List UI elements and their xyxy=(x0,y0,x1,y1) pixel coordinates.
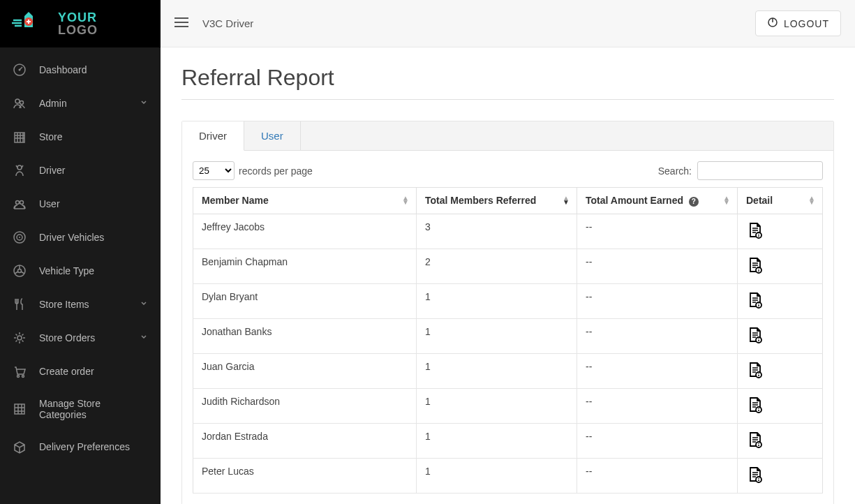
cell-amount: -- xyxy=(577,283,738,318)
col-detail[interactable]: Detail ▲▼ xyxy=(738,188,823,214)
logout-label: LOGOUT xyxy=(784,18,829,29)
detail-icon[interactable] xyxy=(746,326,764,346)
sort-icon: ▲▼ xyxy=(563,196,570,205)
sidebar-item-admin[interactable]: Admin xyxy=(0,87,161,120)
sidebar-item-label: Driver xyxy=(39,165,148,176)
cell-detail xyxy=(738,318,823,353)
svg-point-2 xyxy=(19,69,21,71)
logo[interactable]: YOUR LOGO xyxy=(0,0,161,47)
cart-icon xyxy=(13,364,27,378)
help-icon[interactable]: ? xyxy=(689,197,699,207)
cell-referred: 1 xyxy=(417,388,577,423)
sidebar: YOUR LOGO DashboardAdminStoreDriverUserD… xyxy=(0,0,161,504)
svg-point-11 xyxy=(19,237,20,238)
sidebar-item-driver[interactable]: Driver xyxy=(0,154,161,187)
chevron-down-icon xyxy=(140,332,148,343)
box-icon xyxy=(13,440,27,454)
dashboard-icon xyxy=(13,63,27,77)
sidebar-item-user[interactable]: User xyxy=(0,187,161,221)
search-input[interactable] xyxy=(697,161,823,180)
detail-icon[interactable] xyxy=(746,361,764,381)
col-member-name[interactable]: Member Name ▲▼ xyxy=(193,188,417,214)
referral-table: Member Name ▲▼ Total Members Referred ▲▼… xyxy=(193,187,823,494)
cell-member: Juan Garcia xyxy=(193,353,417,388)
table-row: Jonathan Banks1-- xyxy=(193,318,823,353)
table-row: Peter Lucas1-- xyxy=(193,458,823,493)
target-icon xyxy=(13,230,27,244)
sidebar-item-dashboard[interactable]: Dashboard xyxy=(0,53,161,87)
svg-point-16 xyxy=(22,376,24,378)
nav-list: DashboardAdminStoreDriverUserDriver Vehi… xyxy=(0,47,161,469)
svg-point-4 xyxy=(20,101,24,105)
sidebar-item-delivery-preferences[interactable]: Delivery Preferences xyxy=(0,430,161,464)
cutlery-icon xyxy=(13,297,27,311)
col-amount-earned[interactable]: Total Amount Earned ? ▲▼ xyxy=(577,188,738,214)
detail-icon[interactable] xyxy=(746,256,764,276)
detail-icon[interactable] xyxy=(746,396,764,416)
sidebar-item-store-items[interactable]: Store Items xyxy=(0,288,161,321)
tab-driver[interactable]: Driver xyxy=(182,121,244,151)
cell-referred: 2 xyxy=(417,249,577,283)
sidebar-item-label: Delivery Preferences xyxy=(39,441,148,452)
sidebar-item-manage-store-categories[interactable]: Manage Store Categories xyxy=(0,388,161,430)
records-control: 25 records per page xyxy=(193,161,313,180)
detail-icon[interactable] xyxy=(746,221,764,242)
cell-detail xyxy=(738,353,823,388)
store-icon xyxy=(13,130,27,144)
main: V3C Driver LOGOUT Referral Report Driver… xyxy=(161,0,855,504)
col-total-referred[interactable]: Total Members Referred ▲▼ xyxy=(417,188,577,214)
detail-icon[interactable] xyxy=(746,431,764,451)
records-label: records per page xyxy=(239,165,313,177)
detail-icon[interactable] xyxy=(746,466,764,486)
admin-icon xyxy=(13,96,27,110)
users-icon xyxy=(13,197,27,211)
table-row: Judith Richardson1-- xyxy=(193,388,823,423)
sidebar-item-label: Manage Store Categories xyxy=(39,398,148,420)
cell-detail xyxy=(738,388,823,423)
cell-member: Jordan Estrada xyxy=(193,423,417,458)
sidebar-item-label: Admin xyxy=(39,98,127,109)
hamburger-icon[interactable] xyxy=(174,17,188,30)
sidebar-item-label: Store Orders xyxy=(39,332,127,343)
cell-member: Peter Lucas xyxy=(193,458,417,493)
cell-referred: 1 xyxy=(417,353,577,388)
sidebar-item-label: Vehicle Type xyxy=(39,265,148,276)
logo-text-2: LOGO xyxy=(58,24,98,36)
content: Referral Report DriverUser 25 records pe… xyxy=(161,47,855,504)
cell-detail xyxy=(738,249,823,283)
cell-amount: -- xyxy=(577,423,738,458)
sidebar-item-driver-vehicles[interactable]: Driver Vehicles xyxy=(0,221,161,254)
records-select[interactable]: 25 xyxy=(193,161,235,180)
svg-point-7 xyxy=(16,201,20,205)
cell-amount: -- xyxy=(577,318,738,353)
grid-icon xyxy=(13,402,27,416)
table-row: Jeffrey Jacobs3-- xyxy=(193,214,823,249)
detail-icon[interactable] xyxy=(746,291,764,311)
logout-button[interactable]: LOGOUT xyxy=(755,10,841,36)
chevron-down-icon xyxy=(140,299,148,310)
cell-referred: 1 xyxy=(417,423,577,458)
svg-point-3 xyxy=(15,99,20,103)
sidebar-item-store[interactable]: Store xyxy=(0,120,161,154)
topbar: V3C Driver LOGOUT xyxy=(161,0,855,47)
gear-icon xyxy=(13,331,27,345)
svg-point-14 xyxy=(17,336,22,340)
logo-text-1: YOUR xyxy=(58,11,98,24)
sidebar-item-store-orders[interactable]: Store Orders xyxy=(0,321,161,355)
cell-member: Benjamin Chapman xyxy=(193,249,417,283)
table-body: Jeffrey Jacobs3--Benjamin Chapman2--Dyla… xyxy=(193,214,823,493)
sidebar-item-label: User xyxy=(39,198,148,209)
search-control: Search: xyxy=(658,161,823,180)
table-row: Juan Garcia1-- xyxy=(193,353,823,388)
cell-amount: -- xyxy=(577,388,738,423)
cell-member: Dylan Bryant xyxy=(193,283,417,318)
breadcrumb: V3C Driver xyxy=(202,17,741,29)
sidebar-item-label: Store xyxy=(39,131,148,142)
sidebar-item-vehicle-type[interactable]: Vehicle Type xyxy=(0,254,161,288)
tab-user[interactable]: User xyxy=(244,121,301,150)
logo-icon xyxy=(10,10,52,37)
cell-member: Judith Richardson xyxy=(193,388,417,423)
sidebar-item-create-order[interactable]: Create order xyxy=(0,355,161,388)
cell-referred: 3 xyxy=(417,214,577,249)
sidebar-item-label: Store Items xyxy=(39,299,127,310)
